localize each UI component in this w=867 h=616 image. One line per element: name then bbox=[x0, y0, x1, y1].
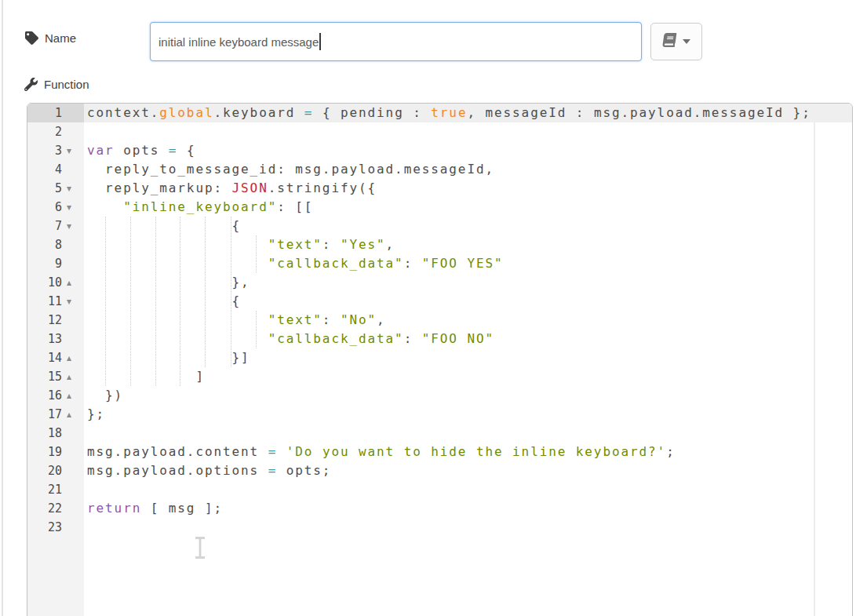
code-line[interactable]: context.global.keyboard = { pending : tr… bbox=[84, 104, 852, 122]
gutter-cell: 20 bbox=[27, 461, 84, 480]
code-line[interactable] bbox=[84, 424, 852, 443]
code-line[interactable]: reply_to_message_id: msg.payload.message… bbox=[84, 160, 852, 179]
code-line[interactable]: "inline_keyboard": [[ bbox=[84, 198, 852, 217]
code-line[interactable]: msg.payload.options = opts; bbox=[84, 461, 852, 480]
line-number: 3 bbox=[55, 141, 62, 160]
gutter-cell: 6▾ bbox=[27, 198, 84, 217]
function-label-text: Function bbox=[44, 78, 89, 91]
line-number: 4 bbox=[55, 160, 62, 179]
gutter-cell: 23 bbox=[27, 518, 84, 537]
gutter-cell: 22 bbox=[27, 499, 84, 518]
name-input[interactable]: initial inline keyboard message bbox=[150, 22, 642, 61]
code-editor[interactable]: 123▾45▾6▾7▾8910▴11▾121314▴15▴16▴17▴18192… bbox=[27, 103, 853, 616]
name-label-text: Name bbox=[45, 31, 76, 45]
code-line[interactable]: "text": "Yes", bbox=[84, 235, 852, 254]
line-number: 8 bbox=[55, 235, 62, 254]
tag-icon bbox=[25, 31, 38, 45]
gutter-cell: 3▾ bbox=[27, 141, 84, 160]
name-input-value: initial inline keyboard message bbox=[158, 35, 319, 49]
gutter-cell: 7▾ bbox=[27, 217, 84, 235]
code-line[interactable] bbox=[84, 122, 852, 141]
code-line[interactable]: }; bbox=[84, 405, 852, 424]
book-icon bbox=[661, 33, 677, 50]
code-line[interactable]: }, bbox=[84, 273, 852, 292]
gutter-cell: 5▾ bbox=[27, 179, 84, 198]
caret-down-icon bbox=[683, 39, 690, 44]
line-number: 18 bbox=[48, 424, 62, 443]
code-line[interactable]: var opts = { bbox=[84, 141, 852, 160]
gutter-cell: 15▴ bbox=[27, 367, 84, 386]
code-line[interactable]: { bbox=[84, 217, 852, 235]
gutter-cell: 19 bbox=[27, 443, 84, 461]
code-line[interactable]: reply_markup: JSON.stringify({ bbox=[84, 179, 852, 198]
gutter-cell: 2 bbox=[27, 122, 84, 141]
fold-open-icon[interactable]: ▾ bbox=[62, 198, 76, 217]
library-button[interactable] bbox=[650, 23, 702, 60]
gutter-cell: 8 bbox=[27, 235, 84, 254]
gutter-cell: 16▴ bbox=[27, 386, 84, 405]
fold-open-icon[interactable]: ▾ bbox=[62, 217, 76, 235]
code-line[interactable]: { bbox=[84, 292, 852, 311]
line-number: 13 bbox=[48, 330, 62, 348]
line-number: 16 bbox=[48, 386, 62, 405]
gutter-cell: 18 bbox=[27, 424, 84, 443]
line-number: 6 bbox=[55, 198, 62, 217]
code-line[interactable]: ] bbox=[84, 367, 852, 386]
line-number: 11 bbox=[48, 292, 62, 311]
line-number: 10 bbox=[48, 273, 62, 292]
code-line[interactable]: msg.payload.content = 'Do you want to hi… bbox=[84, 443, 852, 461]
line-number: 5 bbox=[55, 179, 62, 198]
gutter-cell: 4 bbox=[27, 160, 84, 179]
gutter-cell: 14▴ bbox=[27, 348, 84, 367]
fold-end-icon[interactable]: ▴ bbox=[62, 348, 76, 367]
dialog-left-border bbox=[2, 0, 3, 616]
gutter-cell: 21 bbox=[27, 480, 84, 499]
text-caret bbox=[319, 33, 321, 50]
line-number: 1 bbox=[55, 104, 62, 122]
code-line[interactable]: "callback_data": "FOO NO" bbox=[84, 330, 852, 348]
code-line[interactable]: "callback_data": "FOO YES" bbox=[84, 254, 852, 273]
fold-end-icon[interactable]: ▴ bbox=[62, 273, 76, 292]
line-number: 2 bbox=[55, 122, 62, 141]
line-number: 19 bbox=[48, 443, 62, 461]
code-line[interactable] bbox=[84, 518, 852, 537]
line-number: 23 bbox=[48, 518, 62, 537]
gutter-cell: 13 bbox=[27, 330, 84, 348]
fold-open-icon[interactable]: ▾ bbox=[62, 292, 76, 311]
code-line[interactable]: return [ msg ]; bbox=[84, 499, 852, 518]
fold-end-icon[interactable]: ▴ bbox=[62, 386, 76, 405]
gutter-cell: 1 bbox=[27, 104, 84, 122]
name-label: Name bbox=[25, 31, 76, 45]
line-number: 21 bbox=[48, 480, 62, 499]
line-number: 12 bbox=[48, 311, 62, 330]
code-line[interactable]: }) bbox=[84, 386, 852, 405]
gutter-cell: 9 bbox=[27, 254, 84, 273]
line-number: 20 bbox=[48, 461, 62, 480]
fold-open-icon[interactable]: ▾ bbox=[62, 179, 76, 198]
ibeam-mouse-cursor bbox=[194, 536, 206, 560]
code-line[interactable] bbox=[84, 480, 852, 499]
function-label: Function bbox=[24, 78, 89, 91]
code-line[interactable]: "text": "No", bbox=[84, 311, 852, 330]
gutter-cell: 11▾ bbox=[27, 292, 84, 311]
function-node-edit-dialog: Name initial inline keyboard message Fun… bbox=[0, 0, 867, 616]
line-number: 15 bbox=[48, 367, 62, 386]
wrench-icon bbox=[24, 78, 38, 91]
line-number: 9 bbox=[55, 254, 62, 273]
gutter-cell: 17▴ bbox=[27, 405, 84, 424]
line-number: 14 bbox=[48, 348, 62, 367]
line-number: 17 bbox=[48, 405, 62, 424]
fold-end-icon[interactable]: ▴ bbox=[62, 405, 76, 424]
editor-gutter: 123▾45▾6▾7▾8910▴11▾121314▴15▴16▴17▴18192… bbox=[27, 104, 84, 616]
code-line[interactable]: }] bbox=[84, 348, 852, 367]
gutter-cell: 12 bbox=[27, 311, 84, 330]
line-number: 7 bbox=[55, 217, 62, 235]
gutter-cell: 10▴ bbox=[27, 273, 84, 292]
fold-open-icon[interactable]: ▾ bbox=[62, 141, 76, 160]
line-number: 22 bbox=[48, 499, 62, 518]
fold-end-icon[interactable]: ▴ bbox=[62, 367, 76, 386]
